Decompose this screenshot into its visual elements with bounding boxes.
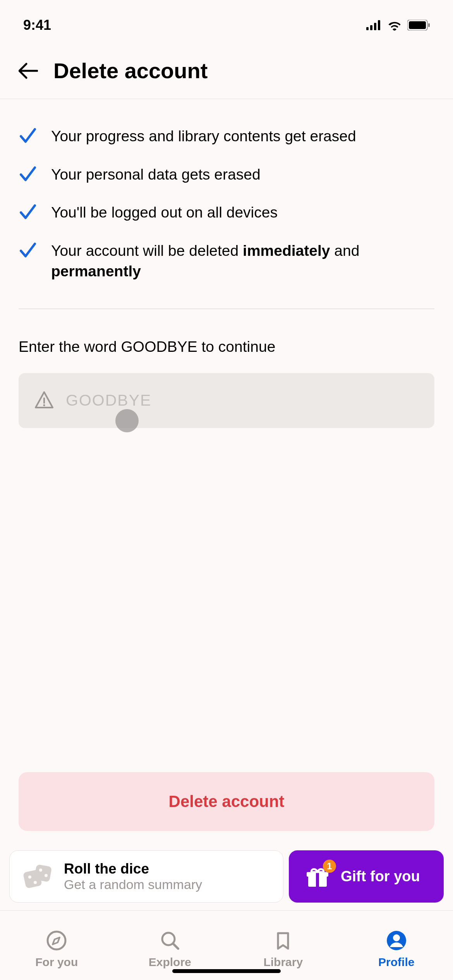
compass-icon xyxy=(46,930,67,951)
tab-label: Profile xyxy=(378,956,414,969)
list-item-text: Your personal data gets erased xyxy=(51,164,261,185)
battery-icon xyxy=(407,20,430,31)
tab-label: Library xyxy=(263,956,303,969)
dice-icon xyxy=(22,862,52,892)
svg-line-20 xyxy=(173,944,178,949)
svg-point-14 xyxy=(45,874,48,877)
confirmation-input[interactable] xyxy=(66,391,419,409)
back-button[interactable] xyxy=(19,61,38,81)
person-icon xyxy=(386,930,407,951)
check-icon xyxy=(19,202,37,221)
list-item: Your progress and library contents get e… xyxy=(19,126,434,147)
check-icon xyxy=(19,126,37,145)
home-indicator[interactable] xyxy=(172,969,281,973)
page-title: Delete account xyxy=(53,58,208,83)
promo-row: Roll the dice Get a random summary 1 Gif… xyxy=(0,850,453,903)
warning-icon xyxy=(34,391,54,411)
cellular-icon xyxy=(366,20,382,30)
check-icon xyxy=(19,164,37,183)
svg-point-18 xyxy=(48,932,65,949)
delete-account-button[interactable]: Delete account xyxy=(19,772,434,831)
touch-indicator xyxy=(115,409,139,432)
check-icon xyxy=(19,241,37,259)
gift-icon-wrap: 1 xyxy=(304,863,331,890)
svg-rect-0 xyxy=(366,27,369,30)
roll-title: Roll the dice xyxy=(64,861,202,877)
tab-profile[interactable]: Profile xyxy=(340,911,453,980)
svg-rect-2 xyxy=(374,23,376,30)
status-bar: 9:41 xyxy=(0,0,453,39)
wifi-icon xyxy=(387,20,402,31)
list-item: Your personal data gets erased xyxy=(19,164,434,185)
search-icon xyxy=(160,930,180,951)
arrow-left-icon xyxy=(19,63,38,79)
tab-label: Explore xyxy=(149,956,191,969)
svg-point-22 xyxy=(393,934,400,941)
svg-rect-1 xyxy=(370,25,372,30)
confirmation-input-container xyxy=(19,373,434,428)
svg-rect-5 xyxy=(409,21,426,29)
svg-rect-6 xyxy=(428,23,430,27)
svg-rect-17 xyxy=(316,872,319,887)
roll-text: Roll the dice Get a random summary xyxy=(64,861,202,892)
svg-point-8 xyxy=(43,404,45,406)
bookmark-icon xyxy=(273,930,293,951)
roll-subtitle: Get a random summary xyxy=(64,877,202,892)
status-time: 9:41 xyxy=(23,17,51,33)
svg-point-11 xyxy=(28,875,31,879)
divider xyxy=(19,308,434,309)
nav-header: Delete account xyxy=(0,39,453,99)
consequence-list: Your progress and library contents get e… xyxy=(19,126,434,281)
list-item-text: You'll be logged out on all devices xyxy=(51,202,278,223)
gift-card[interactable]: 1 Gift for you xyxy=(289,850,444,903)
list-item-text: Your progress and library contents get e… xyxy=(51,126,356,147)
list-item: Your account will be deleted immediately… xyxy=(19,241,434,281)
gift-label: Gift for you xyxy=(341,868,420,885)
content-area: Your progress and library contents get e… xyxy=(0,99,453,850)
svg-point-12 xyxy=(34,881,37,884)
tab-label: For you xyxy=(35,956,78,969)
list-item-text: Your account will be deleted immediately… xyxy=(51,241,434,281)
roll-dice-card[interactable]: Roll the dice Get a random summary xyxy=(9,850,283,903)
list-item: You'll be logged out on all devices xyxy=(19,202,434,223)
svg-rect-3 xyxy=(378,20,380,30)
instruction-label: Enter the word GOODBYE to continue xyxy=(19,338,434,355)
tab-for-you[interactable]: For you xyxy=(0,911,113,980)
gift-badge: 1 xyxy=(323,860,336,873)
svg-point-13 xyxy=(39,869,42,872)
status-icons xyxy=(366,20,430,31)
svg-rect-10 xyxy=(34,864,52,882)
